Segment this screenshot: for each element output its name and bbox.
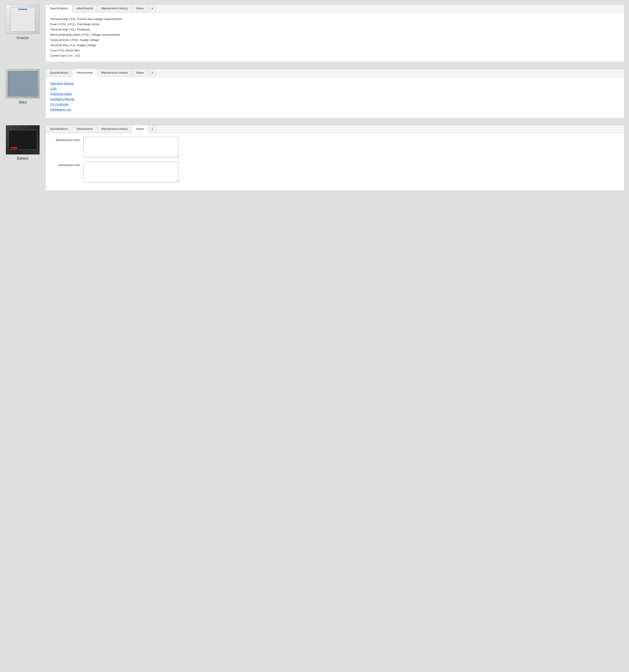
- invertor-image: [6, 4, 40, 34]
- sbb1-tab-content: Operation Manual CAD Hystorical Datas In…: [46, 77, 624, 118]
- battery-tab-panel: Specifications Attachments Maintenance h…: [46, 125, 625, 191]
- tab-invertor-add[interactable]: +: [148, 5, 157, 13]
- notes-field-maintenance-crew: Maintenance crew: [50, 137, 620, 158]
- tab-battery-specifications[interactable]: Specifications: [46, 125, 72, 133]
- spec-item: Control card (-A1; -A2): [50, 53, 620, 58]
- tab-invertor-maintenance-history[interactable]: Maintenance history: [97, 5, 132, 13]
- tab-battery-notes[interactable]: Notes: [132, 125, 148, 133]
- attachment-link-distribuitors-list[interactable]: Distribuitors List: [50, 107, 620, 112]
- spec-item: Terminal strip (-X2), Feedback: [50, 27, 620, 32]
- attachment-link-operation-manual[interactable]: Operation Manual: [50, 81, 620, 86]
- equipment-section-sbb1: Sbb1 Specifications Attachments Maintena…: [4, 69, 625, 118]
- notes-label-maintenance-crew: Maintenance crew: [50, 137, 80, 142]
- sbb1-tab-bar: Specifications Attachments Maintenance h…: [46, 69, 624, 77]
- notes-textarea-maintenance-crew[interactable]: [83, 137, 179, 158]
- equipment-left-battery: Battery: [4, 125, 41, 161]
- attachment-link-historical-datas[interactable]: Hystorical Datas: [50, 91, 620, 96]
- spec-item: Fuse (-F1), Notch filter: [50, 48, 620, 53]
- battery-tab-bar: Specifications Attachments Maintenance h…: [46, 125, 624, 133]
- battery-image: [6, 125, 40, 154]
- invertor-tab-panel: Specifications Attachments Maintenance h…: [46, 4, 625, 62]
- spec-item: Terminal strip (-X3), Current and voltag…: [50, 16, 620, 22]
- tab-sbb1-specifications[interactable]: Specifications: [46, 69, 72, 77]
- tab-battery-attachments[interactable]: Attachments: [72, 125, 97, 133]
- spec-item: Surge arrester (-F32), Supply voltage: [50, 37, 620, 43]
- invertor-tab-content: Terminal strip (-X3), Current and voltag…: [46, 13, 624, 62]
- tab-invertor-specifications[interactable]: Specifications: [46, 5, 72, 13]
- tab-sbb1-add[interactable]: +: [148, 69, 157, 77]
- notes-textarea-intervention-cost[interactable]: [83, 162, 179, 183]
- sbb1-tab-panel: Specifications Attachments Maintenance h…: [46, 69, 625, 118]
- equipment-section-invertor: Invertor Specifications Attachments Main…: [4, 4, 625, 62]
- equipment-left-invertor: Invertor: [4, 4, 41, 40]
- battery-label: Battery: [17, 157, 29, 161]
- spec-item: Fuse (-F10), (-F11), Precharge circuit: [50, 22, 620, 27]
- attachment-link-ce-certificate[interactable]: CE Certificate: [50, 102, 620, 107]
- tab-invertor-notes[interactable]: Notes: [132, 5, 148, 13]
- invertor-label: Invertor: [17, 36, 29, 40]
- equipment-left-sbb1: Sbb1: [4, 69, 41, 104]
- sbb1-label: Sbb1: [19, 100, 27, 104]
- tab-sbb1-maintenance-history[interactable]: Maintenance history: [97, 69, 132, 77]
- sbb1-image: [6, 69, 40, 98]
- tab-battery-add[interactable]: +: [148, 125, 157, 133]
- tab-invertor-attachments[interactable]: Attachments: [72, 5, 97, 13]
- notes-label-intervention-cost: Intervention cost: [50, 162, 80, 167]
- tab-sbb1-attachments[interactable]: Attachments: [72, 69, 97, 77]
- attachment-link-instalation-manual[interactable]: Instalation Manual: [50, 96, 620, 102]
- notes-field-intervention-cost: Intervention cost: [50, 162, 620, 183]
- spec-item: Motor protecting switch (-F31), Voltage …: [50, 32, 620, 37]
- tab-battery-maintenance-history[interactable]: Maintenance history: [97, 125, 132, 133]
- attachment-link-cad[interactable]: CAD: [50, 86, 620, 91]
- spec-item: Terminal strip (-X1), Supply voltage: [50, 43, 620, 48]
- battery-tab-content: Maintenance crew Intervention cost: [46, 133, 624, 191]
- invertor-tab-bar: Specifications Attachments Maintenance h…: [46, 5, 624, 13]
- equipment-section-battery: Battery Specifications Attachments Maint…: [4, 125, 625, 191]
- tab-sbb1-notes[interactable]: Notes: [132, 69, 148, 77]
